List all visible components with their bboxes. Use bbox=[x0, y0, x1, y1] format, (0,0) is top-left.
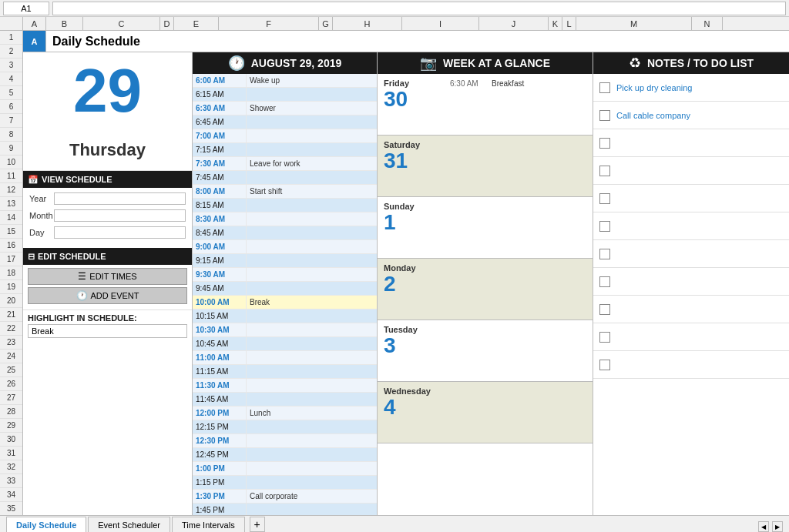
col-header-a[interactable]: A bbox=[23, 17, 46, 30]
note-checkbox[interactable] bbox=[599, 276, 610, 287]
col-header-n[interactable]: N bbox=[692, 17, 723, 30]
edit-times-label: EDIT TIMES bbox=[89, 272, 136, 281]
day-name: Thursday bbox=[69, 140, 146, 160]
col-header-j[interactable]: J bbox=[479, 17, 549, 30]
col-header-d[interactable]: D bbox=[160, 17, 174, 30]
tab-event-scheduler[interactable]: Event Scheduler bbox=[88, 517, 170, 532]
note-checkbox[interactable] bbox=[599, 332, 610, 343]
row-number-7: 7 bbox=[0, 114, 22, 128]
week-day-events: 6:30 AMBreakfast bbox=[447, 74, 593, 135]
row-number-4: 4 bbox=[0, 72, 22, 86]
edit-icon: ⊟ bbox=[28, 252, 35, 262]
week-day-block: Saturday31 bbox=[378, 136, 593, 197]
page-title: Daily Schedule bbox=[46, 35, 146, 49]
event-cell: Lunch bbox=[247, 407, 377, 420]
day-input[interactable] bbox=[54, 226, 186, 239]
spreadsheet-container: A B C D E F G H I J K L M N 123456789101… bbox=[0, 0, 789, 532]
event-cell: Wake up bbox=[247, 74, 377, 87]
time-cell: 9:15 AM bbox=[193, 254, 247, 267]
note-item bbox=[593, 323, 789, 351]
week-day-number: 4 bbox=[384, 396, 441, 420]
schedule-row: 7:45 AM bbox=[193, 171, 377, 185]
formula-bar[interactable] bbox=[52, 2, 786, 15]
week-header-text: WEEK AT A GLANCE bbox=[443, 57, 550, 69]
note-checkbox[interactable] bbox=[599, 138, 610, 149]
highlight-input[interactable] bbox=[28, 324, 187, 338]
notes-header-text: NOTES / TO DO LIST bbox=[647, 57, 754, 69]
week-event-time: 6:30 AM bbox=[450, 79, 489, 88]
event-cell bbox=[247, 365, 377, 378]
schedule-row: 7:00 AM bbox=[193, 129, 377, 143]
left-panel: 29 Thursday 📅 VIEW SCHEDULE Year bbox=[23, 52, 193, 515]
add-event-button[interactable]: 🕐 ADD EVENT bbox=[28, 287, 187, 304]
col-header-c[interactable]: C bbox=[83, 17, 160, 30]
note-checkbox[interactable] bbox=[599, 304, 610, 315]
cell-reference[interactable] bbox=[3, 2, 49, 15]
row-number-11: 11 bbox=[0, 169, 22, 183]
add-tab-button[interactable]: + bbox=[250, 517, 265, 532]
week-day-number: 2 bbox=[384, 273, 441, 296]
scroll-right-button[interactable]: ▶ bbox=[772, 521, 783, 532]
row-number-9: 9 bbox=[0, 142, 22, 156]
view-schedule-form: Year Month Day bbox=[23, 188, 192, 245]
week-day-block: Friday306:30 AMBreakfast bbox=[378, 74, 593, 136]
week-day-left: Monday2 bbox=[378, 259, 447, 320]
schedule-row: 8:30 AM bbox=[193, 212, 377, 226]
note-checkbox[interactable] bbox=[599, 193, 610, 204]
note-item: Pick up dry cleaning bbox=[593, 74, 789, 102]
note-item: Call cable company bbox=[593, 102, 789, 129]
schedule-row: 1:00 PM bbox=[193, 462, 377, 476]
note-checkbox[interactable] bbox=[599, 166, 610, 176]
schedule-row: 9:00 AM bbox=[193, 240, 377, 254]
content-columns: 29 Thursday 📅 VIEW SCHEDULE Year bbox=[23, 52, 789, 515]
row-number-20: 20 bbox=[0, 294, 22, 308]
note-item bbox=[593, 296, 789, 323]
schedule-date: AUGUST 29, 2019 bbox=[251, 57, 342, 69]
col-header-l[interactable]: L bbox=[562, 17, 576, 30]
time-cell: 11:15 AM bbox=[193, 365, 247, 378]
week-day-events bbox=[447, 197, 593, 258]
row-number-33: 33 bbox=[0, 474, 22, 488]
note-checkbox[interactable] bbox=[599, 82, 610, 93]
event-cell bbox=[247, 504, 377, 515]
note-checkbox[interactable] bbox=[599, 110, 610, 121]
note-checkbox[interactable] bbox=[599, 221, 610, 232]
col-header-i[interactable]: I bbox=[402, 17, 479, 30]
row-number-30: 30 bbox=[0, 433, 22, 447]
a1-cell: A bbox=[23, 31, 46, 52]
col-header-h[interactable]: H bbox=[333, 17, 402, 30]
scroll-left-button[interactable]: ◀ bbox=[758, 521, 769, 532]
col-header-g[interactable]: G bbox=[319, 17, 333, 30]
row-number-6: 6 bbox=[0, 100, 22, 114]
time-cell: 9:30 AM bbox=[193, 268, 247, 281]
month-input[interactable] bbox=[54, 209, 186, 222]
schedule-row: 11:00 AM bbox=[193, 351, 377, 365]
col-header-k[interactable]: K bbox=[549, 17, 562, 30]
time-cell: 7:45 AM bbox=[193, 171, 247, 184]
time-cell: 11:45 AM bbox=[193, 393, 247, 406]
a1-label: A bbox=[32, 37, 38, 46]
time-cell: 1:15 PM bbox=[193, 476, 247, 489]
tab-daily-schedule[interactable]: Daily Schedule bbox=[6, 517, 86, 532]
col-header-b[interactable]: B bbox=[46, 17, 83, 30]
month-label: Month bbox=[29, 211, 54, 220]
edit-times-button[interactable]: ☰ EDIT TIMES bbox=[28, 268, 187, 285]
schedule-row: 8:15 AM bbox=[193, 199, 377, 212]
note-item bbox=[593, 351, 789, 379]
col-header-f[interactable]: F bbox=[219, 17, 319, 30]
col-header-m[interactable]: M bbox=[576, 17, 692, 30]
title-row: A Daily Schedule bbox=[23, 31, 789, 52]
event-cell: Start shift bbox=[247, 185, 377, 198]
col-header-e[interactable]: E bbox=[174, 17, 219, 30]
event-cell: Call corporate bbox=[247, 490, 377, 503]
time-cell: 7:30 AM bbox=[193, 157, 247, 170]
note-checkbox[interactable] bbox=[599, 249, 610, 259]
tab-time-intervals[interactable]: Time Intervals bbox=[172, 517, 245, 532]
note-checkbox[interactable] bbox=[599, 360, 610, 370]
row-number-32: 32 bbox=[0, 460, 22, 474]
schedule-row: 11:45 AM bbox=[193, 393, 377, 407]
year-input[interactable] bbox=[54, 192, 186, 205]
event-cell bbox=[247, 129, 377, 142]
event-cell: Shower bbox=[247, 102, 377, 115]
event-cell bbox=[247, 420, 377, 433]
